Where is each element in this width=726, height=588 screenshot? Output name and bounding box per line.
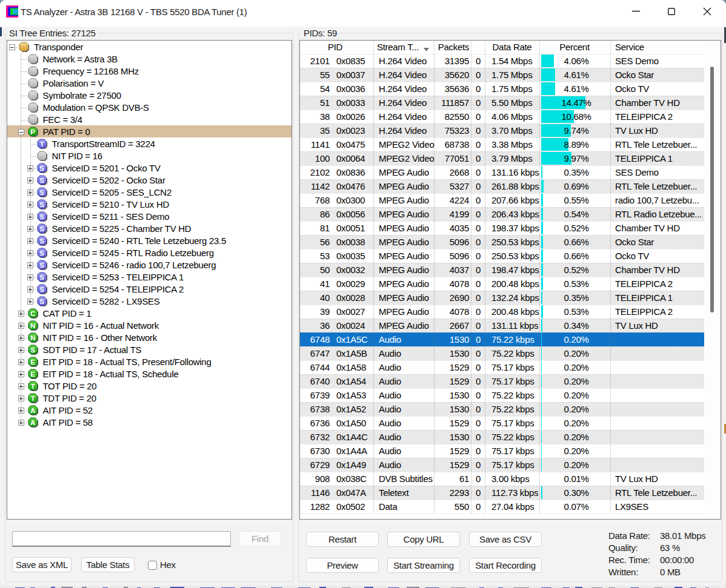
svg-text:E: E xyxy=(30,371,35,378)
svg-text:S: S xyxy=(39,249,44,257)
svg-text:N: N xyxy=(30,334,35,342)
svg-text:S: S xyxy=(39,274,44,281)
svg-text:S: S xyxy=(39,177,44,184)
svg-text:S: S xyxy=(39,225,44,233)
svg-text:C: C xyxy=(30,310,35,317)
svg-text:E: E xyxy=(30,358,35,366)
svg-text:P: P xyxy=(30,128,35,136)
svg-text:T: T xyxy=(30,395,35,402)
svg-text:S: S xyxy=(39,237,44,245)
svg-text:A: A xyxy=(30,419,35,426)
svg-text:S: S xyxy=(39,262,44,269)
svg-text:S: S xyxy=(39,298,44,305)
svg-text:S: S xyxy=(39,213,44,220)
svg-text:T: T xyxy=(39,140,44,148)
svg-text:A: A xyxy=(30,407,35,414)
svg-text:T: T xyxy=(30,383,35,390)
svg-text:S: S xyxy=(39,165,44,172)
svg-text:S: S xyxy=(39,201,44,208)
svg-text:N: N xyxy=(30,322,35,329)
svg-text:S: S xyxy=(39,189,44,196)
svg-text:S: S xyxy=(30,346,35,354)
svg-text:S: S xyxy=(39,286,44,293)
